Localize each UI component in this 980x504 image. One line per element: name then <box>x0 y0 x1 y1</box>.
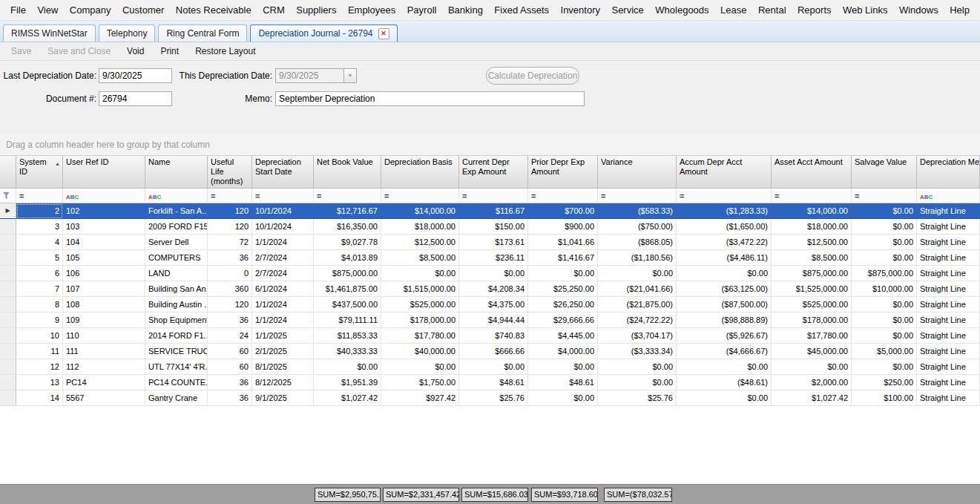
table-row[interactable]: ▶2102Forklift - San A...12010/1/2024$12,… <box>0 203 980 219</box>
cell-salvage-value[interactable]: $0.00 <box>852 297 917 312</box>
menu-item-web-links[interactable]: Web Links <box>840 1 890 19</box>
row-indicator[interactable] <box>0 281 16 297</box>
cell-current-depr-exp-amount[interactable]: $48.61 <box>459 375 528 390</box>
cell-asset-acct-amount[interactable]: $18,000.00 <box>772 219 852 235</box>
cell-variance[interactable]: ($1,180.56) <box>598 250 677 266</box>
cell-useful-life-months[interactable]: 36 <box>208 250 252 266</box>
cell-system-id[interactable]: 7 <box>16 281 63 297</box>
column-header-depreciation-start-date[interactable]: Depreciation Start Date <box>252 156 314 189</box>
menu-item-reports[interactable]: Reports <box>795 1 835 19</box>
cell-prior-depr-exp-amount[interactable]: $26,250.00 <box>528 297 598 312</box>
cell-useful-life-months[interactable]: 24 <box>208 328 252 344</box>
column-header-name[interactable]: Name <box>145 156 208 189</box>
cell-useful-life-months[interactable]: 72 <box>208 235 252 250</box>
cell-depreciation-start-date[interactable]: 2/7/2024 <box>252 266 314 281</box>
cell-current-depr-exp-amount[interactable]: $0.00 <box>459 359 528 375</box>
menu-item-notes-receivable[interactable]: Notes Receivable <box>173 1 254 19</box>
cell-accum-depr-acct-amount[interactable]: ($4,666.67) <box>677 344 772 359</box>
cell-depreciation-start-date[interactable]: 1/1/2025 <box>252 328 314 344</box>
cell-system-id[interactable]: 9 <box>16 312 63 328</box>
cell-user-ref-id[interactable]: 108 <box>63 297 145 312</box>
menu-item-windows[interactable]: Windows <box>896 1 941 19</box>
cell-salvage-value[interactable]: $5,000.00 <box>852 344 917 359</box>
cell-name[interactable]: 2009 FORD F150 <box>145 219 208 235</box>
cell-accum-depr-acct-amount[interactable]: ($48.61) <box>677 375 772 390</box>
cell-current-depr-exp-amount[interactable]: $116.67 <box>459 203 528 219</box>
cell-prior-depr-exp-amount[interactable]: $900.00 <box>528 219 598 235</box>
cell-asset-acct-amount[interactable]: $525,000.00 <box>772 297 852 312</box>
cell-accum-depr-acct-amount[interactable]: ($98,888.89) <box>677 312 772 328</box>
cell-asset-acct-amount[interactable]: $178,000.00 <box>772 312 852 328</box>
cell-depreciation-start-date[interactable]: 2/1/2025 <box>252 344 314 359</box>
table-row[interactable]: 145567Gantry Crane369/1/2025$1,027.42$92… <box>0 390 980 406</box>
cell-depreciation-basis[interactable]: $0.00 <box>381 266 459 281</box>
cell-useful-life-months[interactable]: 120 <box>208 297 252 312</box>
cell-variance[interactable]: ($24,722.22) <box>598 312 677 328</box>
table-row[interactable]: 4104Server Dell721/1/2024$9,027.78$12,50… <box>0 235 980 250</box>
cell-system-id[interactable]: 4 <box>16 235 63 250</box>
cell-salvage-value[interactable]: $0.00 <box>852 312 917 328</box>
table-row[interactable]: 8108Building Austin ...1201/1/2024$437,5… <box>0 297 980 312</box>
filter-cell-prior-depr-exp-amount[interactable]: = <box>528 189 598 203</box>
cell-net-book-value[interactable]: $16,350.00 <box>314 219 381 235</box>
cell-net-book-value[interactable]: $0.00 <box>314 359 381 375</box>
menu-item-view[interactable]: View <box>34 1 61 19</box>
row-indicator[interactable] <box>0 250 16 266</box>
save-and-close-button[interactable]: Save and Close <box>42 44 116 59</box>
cell-salvage-value[interactable]: $0.00 <box>852 359 917 375</box>
chevron-down-icon[interactable]: ▼ <box>343 69 356 82</box>
cell-name[interactable]: Forklift - San A... <box>145 203 208 219</box>
cell-system-id[interactable]: 10 <box>16 328 63 344</box>
cell-useful-life-months[interactable]: 36 <box>208 375 252 390</box>
cell-current-depr-exp-amount[interactable]: $4,375.00 <box>459 297 528 312</box>
cell-depreciation-basis[interactable]: $178,000.00 <box>381 312 459 328</box>
filter-cell-system-id[interactable]: = <box>16 189 63 203</box>
cell-variance[interactable]: ($3,333.34) <box>598 344 677 359</box>
table-row[interactable]: 12112UTL 77X14' 4'R...608/1/2025$0.00$0.… <box>0 359 980 375</box>
group-by-panel[interactable]: Drag a column header here to group by th… <box>0 134 980 156</box>
column-header-useful-life-months[interactable]: Useful Life (months) <box>208 156 252 189</box>
row-indicator[interactable] <box>0 297 16 312</box>
cell-depreciation-method[interactable]: Straight Line <box>917 297 980 312</box>
restore-layout-button[interactable]: Restore Layout <box>190 44 260 59</box>
menu-item-banking[interactable]: Banking <box>445 1 486 19</box>
memo-input[interactable] <box>275 91 585 106</box>
table-row[interactable]: 11111SERVICE TRUCK602/1/2025$40,333.33$4… <box>0 344 980 359</box>
cell-prior-depr-exp-amount[interactable]: $25,250.00 <box>528 281 598 297</box>
row-indicator[interactable] <box>0 344 16 359</box>
cell-asset-acct-amount[interactable]: $12,500.00 <box>772 235 852 250</box>
cell-system-id[interactable]: 13 <box>16 375 63 390</box>
row-indicator[interactable] <box>0 219 16 235</box>
cell-depreciation-start-date[interactable]: 1/1/2024 <box>252 235 314 250</box>
menu-item-wholegoods[interactable]: Wholegoods <box>652 1 711 19</box>
cell-variance[interactable]: $0.00 <box>598 359 677 375</box>
cell-depreciation-start-date[interactable]: 1/1/2024 <box>252 297 314 312</box>
table-row[interactable]: 5105COMPUTERS362/7/2024$4,013.89$8,500.0… <box>0 250 980 266</box>
cell-depreciation-basis[interactable]: $0.00 <box>381 359 459 375</box>
cell-user-ref-id[interactable]: 5567 <box>63 390 145 406</box>
cell-accum-depr-acct-amount[interactable]: ($5,926.67) <box>677 328 772 344</box>
cell-depreciation-method[interactable]: Straight Line <box>917 359 980 375</box>
cell-depreciation-start-date[interactable]: 8/1/2025 <box>252 359 314 375</box>
tab-ring-central-form[interactable]: Ring Central Form <box>158 24 247 42</box>
cell-name[interactable]: COMPUTERS <box>145 250 208 266</box>
menu-item-crm[interactable]: CRM <box>260 1 288 19</box>
cell-net-book-value[interactable]: $437,500.00 <box>314 297 381 312</box>
menu-item-inventory[interactable]: Inventory <box>558 1 603 19</box>
cell-asset-acct-amount[interactable]: $14,000.00 <box>772 203 852 219</box>
cell-depreciation-method[interactable]: Straight Line <box>917 235 980 250</box>
cell-variance[interactable]: $0.00 <box>598 375 677 390</box>
cell-useful-life-months[interactable]: 60 <box>208 344 252 359</box>
cell-name[interactable]: Shop Equipment <box>145 312 208 328</box>
column-header-asset-acct-amount[interactable]: Asset Acct Amount <box>772 156 852 189</box>
menu-item-employees[interactable]: Employees <box>345 1 398 19</box>
current-row-indicator[interactable]: ▶ <box>0 203 16 219</box>
cell-depreciation-method[interactable]: Straight Line <box>917 390 980 406</box>
filter-cell-name[interactable]: ABC <box>145 189 208 203</box>
cell-useful-life-months[interactable]: 120 <box>208 219 252 235</box>
cell-prior-depr-exp-amount[interactable]: $1,041.66 <box>528 235 598 250</box>
cell-depreciation-basis[interactable]: $8,500.00 <box>381 250 459 266</box>
row-indicator[interactable] <box>0 312 16 328</box>
cell-useful-life-months[interactable]: 0 <box>208 266 252 281</box>
cell-asset-acct-amount[interactable]: $1,027.42 <box>772 390 852 406</box>
